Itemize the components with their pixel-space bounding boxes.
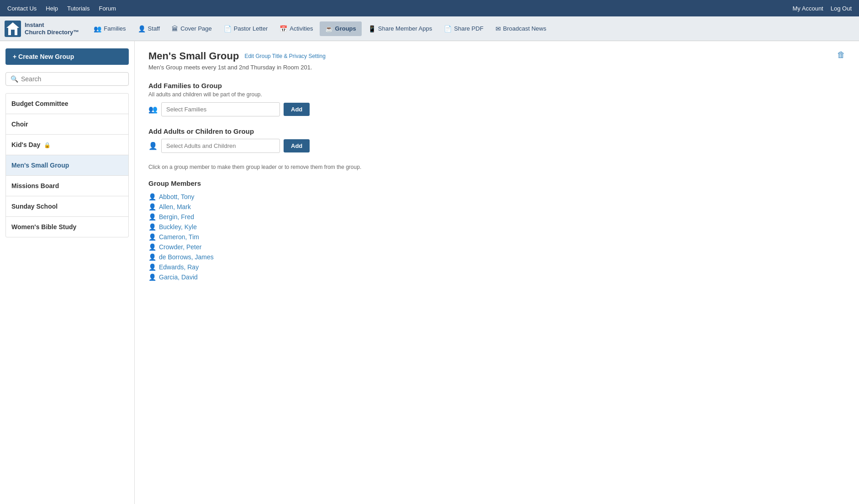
member-icon: 👤 <box>148 193 156 200</box>
adults-row-icon: 👤 <box>148 142 158 150</box>
top-nav: Contact Us Help Tutorials Forum My Accou… <box>0 0 859 16</box>
svg-rect-2 <box>11 30 15 35</box>
nav-items: 👥 Families 👤 Staff 🏛 Cover Page 📄 Pastor… <box>88 21 552 36</box>
add-families-subtitle: All adults and children will be part of … <box>148 91 845 98</box>
create-group-button[interactable]: + Create New Group <box>5 48 129 65</box>
member-icon: 👤 <box>148 233 156 241</box>
staff-icon: 👤 <box>138 25 146 32</box>
nav-contact-us[interactable]: Contact Us <box>7 5 37 12</box>
nav-broadcast-news[interactable]: ✉ Broadcast News <box>490 21 552 36</box>
select-families-input[interactable] <box>161 102 280 116</box>
families-icon: 👥 <box>94 25 101 32</box>
nav-pastor-letter[interactable]: 📄 Pastor Letter <box>218 21 273 36</box>
member-item[interactable]: 👤 Cameron, Tim <box>148 232 845 242</box>
cover-page-icon: 🏛 <box>172 25 178 32</box>
add-families-button[interactable]: Add <box>284 103 310 116</box>
member-icon: 👤 <box>148 203 156 210</box>
member-item[interactable]: 👤 Allen, Mark <box>148 202 845 212</box>
add-adults-button[interactable]: Add <box>284 139 310 152</box>
group-list-item-budget-committee[interactable]: Budget Committee <box>6 94 128 114</box>
member-name[interactable]: Cameron, Tim <box>159 233 199 241</box>
nav-help[interactable]: Help <box>46 5 58 12</box>
lock-icon: 🔒 <box>44 142 51 148</box>
group-title: Men's Small Group <box>148 50 239 62</box>
content-area: + Create New Group 🔍 Budget Committee Ch… <box>0 41 859 504</box>
top-nav-right: My Account Log Out <box>793 5 852 12</box>
group-list-item-missions-board[interactable]: Missions Board <box>6 176 128 196</box>
nav-share-member-apps[interactable]: 📱 Share Member Apps <box>363 21 438 36</box>
logo-icon <box>5 21 21 37</box>
member-item[interactable]: 👤 Bergin, Fred <box>148 212 845 222</box>
member-item[interactable]: 👤 Edwards, Ray <box>148 262 845 272</box>
member-item[interactable]: 👤 Garcia, David <box>148 272 845 282</box>
nav-share-pdf[interactable]: 📄 Share PDF <box>438 21 489 36</box>
group-title-area: Men's Small Group Edit Group Title & Pri… <box>148 50 326 62</box>
groups-icon: ☕ <box>325 25 333 32</box>
member-name[interactable]: Crowder, Peter <box>159 243 201 251</box>
group-list-item-choir[interactable]: Choir <box>6 114 128 135</box>
logo-text: Instant Church Directory™ <box>25 21 79 36</box>
member-name[interactable]: Bergin, Fred <box>159 213 194 220</box>
share-pdf-icon: 📄 <box>444 25 452 32</box>
sidebar: + Create New Group 🔍 Budget Committee Ch… <box>0 41 135 504</box>
group-description: Men's Group meets every 1st and 2nd Thur… <box>148 64 845 71</box>
select-adults-input[interactable] <box>161 139 280 153</box>
main-content: Men's Small Group Edit Group Title & Pri… <box>135 41 859 504</box>
delete-group-icon[interactable]: 🗑 <box>837 50 845 60</box>
member-item[interactable]: 👤 Abbott, Tony <box>148 192 845 202</box>
member-name[interactable]: Abbott, Tony <box>159 193 195 200</box>
log-out-link[interactable]: Log Out <box>831 5 852 12</box>
logo-area: Instant Church Directory™ <box>5 21 79 37</box>
members-list: 👤 Abbott, Tony 👤 Allen, Mark 👤 Bergin, F… <box>148 192 845 282</box>
pastor-letter-icon: 📄 <box>224 25 232 32</box>
member-item[interactable]: 👤 Crowder, Peter <box>148 242 845 252</box>
group-list-item-womens-bible-study[interactable]: Women's Bible Study <box>6 217 128 237</box>
group-list-item-sunday-school[interactable]: Sunday School <box>6 196 128 217</box>
member-icon: 👤 <box>148 263 156 271</box>
add-adults-title: Add Adults or Children to Group <box>148 127 845 135</box>
group-list-item-kids-day[interactable]: Kid's Day 🔒 <box>6 135 128 155</box>
nav-tutorials[interactable]: Tutorials <box>67 5 90 12</box>
nav-cover-page[interactable]: 🏛 Cover Page <box>166 21 217 36</box>
member-item[interactable]: 👤 de Borrows, James <box>148 252 845 262</box>
member-icon: 👤 <box>148 213 156 220</box>
nav-staff[interactable]: 👤 Staff <box>132 21 166 36</box>
add-families-row: 👥 Add <box>148 102 845 116</box>
nav-families[interactable]: 👥 Families <box>88 21 131 36</box>
member-name[interactable]: de Borrows, James <box>159 253 214 261</box>
add-families-section: Add Families to Group All adults and chi… <box>148 82 845 116</box>
member-name[interactable]: Buckley, Kyle <box>159 223 197 231</box>
group-header: Men's Small Group Edit Group Title & Pri… <box>148 50 845 62</box>
click-hint: Click on a group member to make them gro… <box>148 164 845 170</box>
member-name[interactable]: Allen, Mark <box>159 203 191 210</box>
activities-icon: 📅 <box>279 25 287 32</box>
member-icon: 👤 <box>148 253 156 261</box>
group-list: Budget Committee Choir Kid's Day 🔒 Men's… <box>5 93 129 237</box>
my-account-link[interactable]: My Account <box>793 5 823 12</box>
member-item[interactable]: 👤 Buckley, Kyle <box>148 222 845 232</box>
search-icon: 🔍 <box>11 75 18 83</box>
main-nav: Instant Church Directory™ 👥 Families 👤 S… <box>0 16 859 41</box>
add-adults-section: Add Adults or Children to Group 👤 Add <box>148 127 845 153</box>
member-icon: 👤 <box>148 273 156 281</box>
add-adults-row: 👤 Add <box>148 139 845 153</box>
search-box: 🔍 <box>5 72 129 86</box>
broadcast-news-icon: ✉ <box>495 25 501 32</box>
member-icon: 👤 <box>148 223 156 231</box>
edit-group-link[interactable]: Edit Group Title & Privacy Setting <box>244 53 325 59</box>
add-families-title: Add Families to Group <box>148 82 845 89</box>
nav-groups[interactable]: ☕ Groups <box>320 21 362 36</box>
member-icon: 👤 <box>148 243 156 251</box>
members-title: Group Members <box>148 179 845 187</box>
member-name[interactable]: Garcia, David <box>159 273 198 281</box>
nav-activities[interactable]: 📅 Activities <box>274 21 318 36</box>
search-input[interactable] <box>21 75 124 83</box>
member-name[interactable]: Edwards, Ray <box>159 263 199 271</box>
nav-forum[interactable]: Forum <box>99 5 116 12</box>
share-member-apps-icon: 📱 <box>368 25 376 32</box>
group-list-item-mens-small-group[interactable]: Men's Small Group <box>6 155 128 176</box>
families-row-icon: 👥 <box>148 105 158 114</box>
top-nav-left: Contact Us Help Tutorials Forum <box>7 5 116 12</box>
